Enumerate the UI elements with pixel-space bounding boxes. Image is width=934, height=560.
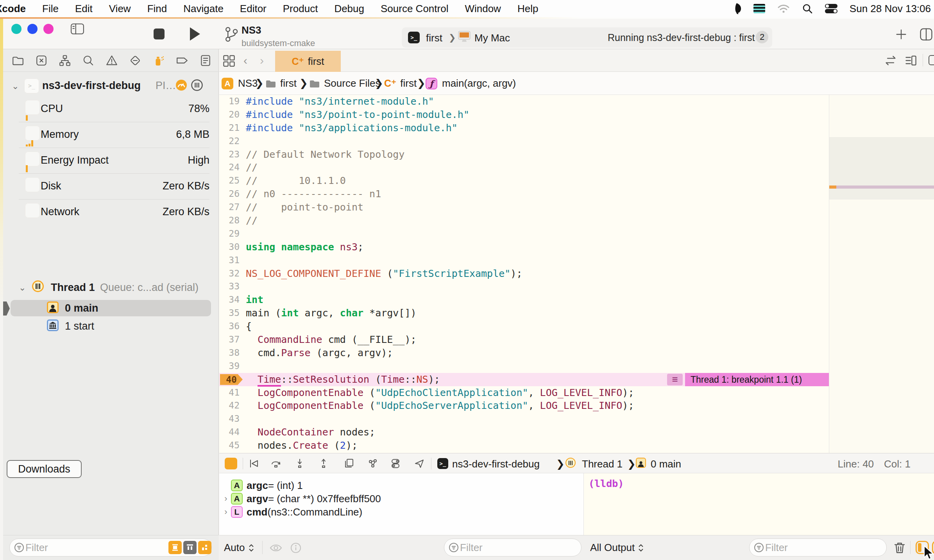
breadcrumb-symbol[interactable]: ƒ main(argc, argv) bbox=[426, 72, 516, 95]
code-line-31[interactable]: 31 bbox=[219, 254, 829, 267]
line-number[interactable]: 32 bbox=[219, 267, 240, 280]
zoom-window-button[interactable] bbox=[43, 24, 54, 34]
project-navigator-icon[interactable] bbox=[12, 54, 24, 67]
console-filter-input[interactable] bbox=[764, 541, 844, 554]
stack-frame-row[interactable]: 0 main bbox=[3, 300, 219, 316]
line-number[interactable]: 43 bbox=[219, 412, 240, 426]
navigator-filter-field[interactable] bbox=[9, 539, 212, 556]
menu-item-debug[interactable]: Debug bbox=[334, 3, 364, 15]
line-number[interactable]: 29 bbox=[219, 227, 240, 241]
disclosure-chevron-icon[interactable]: ⌄ bbox=[12, 81, 19, 91]
line-number[interactable]: 37 bbox=[219, 333, 240, 346]
minimize-window-button[interactable] bbox=[27, 24, 38, 34]
menu-item-source-control[interactable]: Source Control bbox=[381, 3, 448, 15]
view-hierarchy-button[interactable] bbox=[344, 458, 354, 469]
menu-clock[interactable]: Sun 28 Nov 13:06 bbox=[850, 3, 931, 15]
source-control-navigator-icon[interactable] bbox=[35, 54, 48, 67]
variables-scope-selector[interactable]: Auto bbox=[224, 542, 254, 554]
code-line-26[interactable]: 26// n0 -------------- n1 bbox=[219, 187, 829, 201]
step-over-button[interactable] bbox=[270, 458, 281, 469]
line-number[interactable]: 23 bbox=[219, 148, 240, 161]
environment-overrides-button[interactable] bbox=[390, 458, 401, 469]
line-number[interactable]: 24 bbox=[219, 161, 240, 174]
navigator-filter-input[interactable] bbox=[25, 541, 143, 554]
line-number[interactable]: 44 bbox=[219, 426, 240, 439]
wifi-icon[interactable] bbox=[777, 4, 790, 14]
line-number[interactable]: 35 bbox=[219, 307, 240, 320]
menu-item-find[interactable]: Find bbox=[147, 3, 167, 15]
quicklook-eye-icon[interactable] bbox=[269, 542, 283, 553]
line-number[interactable]: 27 bbox=[219, 201, 240, 214]
line-number[interactable]: 22 bbox=[219, 135, 240, 148]
breakpoint-navigator-icon[interactable] bbox=[176, 54, 188, 67]
code-line-29[interactable]: 29 bbox=[219, 227, 829, 241]
columns-filter-icon[interactable] bbox=[183, 541, 197, 554]
breadcrumb-project[interactable]: A NS3 bbox=[222, 72, 258, 95]
test-navigator-icon[interactable] bbox=[129, 54, 141, 67]
scheme-project-name[interactable]: NS3 bbox=[242, 24, 261, 36]
tab-first[interactable]: C⁺ first bbox=[275, 51, 341, 72]
breadcrumb-group[interactable]: first bbox=[265, 72, 297, 95]
menu-item-window[interactable]: Window bbox=[465, 3, 501, 15]
line-number[interactable]: 28 bbox=[219, 214, 240, 227]
stat-row-disk[interactable]: DiskZero KB/s bbox=[3, 173, 219, 199]
code-line-35[interactable]: 35main (int argc, char *argv[]) bbox=[219, 307, 829, 320]
code-line-33[interactable]: 33 bbox=[219, 280, 829, 293]
queue-badge-icon[interactable] bbox=[191, 79, 203, 91]
code-line-40[interactable]: 40 Time::SetResolution (Time::NS);40≡Thr… bbox=[219, 373, 829, 386]
debug-breadcrumb-process[interactable]: ns3-dev-first-debug bbox=[452, 458, 540, 470]
disclosure-chevron-icon[interactable]: ⌄ bbox=[19, 283, 26, 293]
debug-breadcrumb-frame[interactable]: 0 main bbox=[651, 458, 681, 470]
report-navigator-icon[interactable] bbox=[199, 54, 212, 67]
menu-item-navigate[interactable]: Navigate bbox=[183, 3, 224, 15]
run-destination[interactable]: My Mac bbox=[474, 32, 510, 44]
control-center-icon[interactable] bbox=[825, 4, 838, 14]
line-number[interactable]: 38 bbox=[219, 346, 240, 360]
forward-chevron-icon[interactable]: › bbox=[260, 54, 264, 67]
line-number[interactable]: 21 bbox=[219, 121, 240, 135]
line-number[interactable]: 31 bbox=[219, 254, 240, 267]
code-line-25[interactable]: 25// 10.1.1.0 bbox=[219, 174, 829, 187]
breadcrumb-group[interactable]: Source Files bbox=[309, 72, 381, 95]
code-line-22[interactable]: 22 bbox=[219, 135, 829, 148]
code-line-36[interactable]: 36{ bbox=[219, 320, 829, 333]
thread-row[interactable]: ⌄ Thread 1 Queue: c...ad (serial) bbox=[3, 278, 219, 298]
gauge-badge-icon[interactable] bbox=[175, 79, 188, 91]
variable-row[interactable]: › L cmd (ns3::CommandLine) bbox=[219, 505, 584, 519]
breakpoint-menu-icon[interactable]: ≡ bbox=[667, 374, 683, 385]
menu-item-view[interactable]: View bbox=[109, 3, 131, 15]
add-editor-icon[interactable] bbox=[928, 55, 934, 66]
code-line-30[interactable]: 30using namespace ns3; bbox=[219, 241, 829, 254]
console-output-selector[interactable]: All Output bbox=[590, 542, 644, 554]
stat-row-memory[interactable]: Memory6,8 MB bbox=[3, 122, 219, 148]
source-editor[interactable]: 19#include "ns3/internet-module.h"20#inc… bbox=[219, 95, 829, 453]
step-into-button[interactable] bbox=[294, 458, 305, 469]
memory-graph-button[interactable] bbox=[367, 458, 378, 469]
variable-row[interactable]: › A argv = (char **) 0x7ffeefbff500 bbox=[219, 492, 584, 505]
issue-navigator-icon[interactable] bbox=[106, 54, 118, 67]
menu-item-edit[interactable]: Edit bbox=[75, 3, 93, 15]
variable-row[interactable]: A argc = (int) 1 bbox=[219, 479, 584, 492]
line-number[interactable]: 36 bbox=[219, 320, 240, 333]
console-view[interactable]: (lldb) bbox=[584, 473, 934, 535]
debug-breadcrumb-thread[interactable]: Thread 1 bbox=[582, 458, 623, 470]
stat-row-cpu[interactable]: CPU78% bbox=[3, 96, 219, 122]
line-number[interactable]: 39 bbox=[219, 360, 240, 373]
code-line-38[interactable]: 38 cmd.Parse (argc, argv); bbox=[219, 346, 829, 360]
minimap[interactable] bbox=[829, 95, 934, 453]
step-out-button[interactable] bbox=[318, 458, 329, 469]
code-line-39[interactable]: 39 bbox=[219, 360, 829, 373]
line-number[interactable]: 45 bbox=[219, 439, 240, 452]
spotlight-search-icon[interactable] bbox=[802, 3, 813, 14]
expand-chevron-icon[interactable]: › bbox=[221, 507, 231, 517]
line-number[interactable]: 33 bbox=[219, 280, 240, 293]
variables-filter-field[interactable] bbox=[444, 539, 582, 556]
code-line-41[interactable]: 41 LogComponentEnable ("UdpEchoClientApp… bbox=[219, 386, 829, 399]
breadcrumb-file[interactable]: C⁺ first bbox=[384, 72, 417, 95]
console-filter-field[interactable] bbox=[749, 539, 887, 556]
line-number[interactable]: 26 bbox=[219, 187, 240, 201]
variables-filter-input[interactable] bbox=[459, 541, 539, 554]
code-line-21[interactable]: 21#include "ns3/applications-module.h" bbox=[219, 121, 829, 135]
variables-view[interactable]: A argc = (int) 1 › A argv = (char **) 0x… bbox=[219, 473, 584, 535]
continue-button[interactable] bbox=[248, 458, 259, 469]
